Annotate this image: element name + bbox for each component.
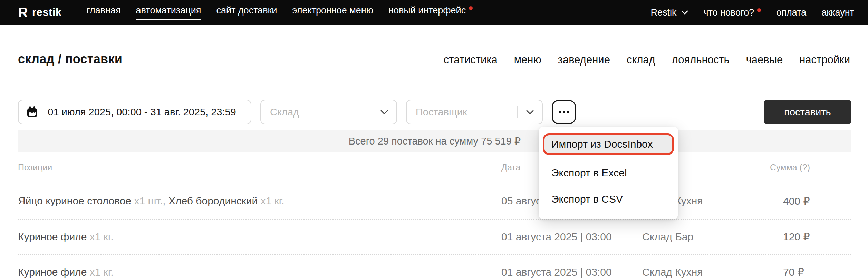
warehouse-select-placeholder: Склад [270,106,372,118]
supplier-select-placeholder: Поставщик [416,106,517,118]
position-qty: х1 кг. [90,266,114,278]
more-options-menu: Импорт из DocsInbox Экспорт в Excel Эксп… [539,127,678,219]
page-header: склад / поставки статистика меню заведен… [18,52,850,66]
position-qty: х1 шт., [134,195,165,206]
row-positions: Куриное филе х1 кг. [18,231,501,243]
tab-tips[interactable]: чаевые [746,54,783,66]
topbar-item-delivery-site[interactable]: сайт доставки [216,5,277,20]
row-date: 01 августа 2025 | 03:00 [501,231,642,243]
topbar-item-new-interface[interactable]: новый интерфейс [388,5,473,20]
column-header-positions: Позиции [18,163,501,173]
date-range-picker[interactable]: 01 июля 2025, 00:00 - 31 авг. 2025, 23:5… [18,100,251,124]
topbar-item-automation[interactable]: автоматизация [136,5,201,20]
supplier-select[interactable]: Поставщик [406,100,543,124]
chevron-down-icon [518,110,542,114]
warehouse-select[interactable]: Склад [260,100,397,124]
topbar-item-emenu[interactable]: электронное меню [292,5,373,20]
topbar-right: Restik что нового? оплата аккаунт [650,7,854,18]
summary-band: Всего 29 поставок на сумму 75 519 ₽ [18,130,851,152]
date-range-value: 01 июля 2025, 00:00 - 31 авг. 2025, 23:5… [41,106,243,118]
topbar-item-new-interface-label: новый интерфейс [388,5,466,16]
venue-switcher-label: Restik [650,7,676,18]
table-row[interactable]: Куриное филе х1 кг. 01 августа 2025 | 03… [18,254,851,278]
row-sum: 70 ₽ [770,266,851,278]
topbar-nav: главная автоматизация сайт доставки элек… [87,5,473,20]
summary-text: Всего 29 поставок на сумму 75 519 ₽ [349,135,521,147]
ellipsis-icon [563,111,565,113]
chevron-down-icon [681,10,688,15]
menu-item-export-csv[interactable]: Экспорт в CSV [539,186,678,212]
ellipsis-icon [567,111,569,113]
row-positions: Яйцо куриное столовое х1 шт., Хлеб бород… [18,195,501,207]
table-row[interactable]: Куриное филе х1 кг. 01 августа 2025 | 03… [18,219,851,254]
menu-item-export-excel[interactable]: Экспорт в Excel [539,160,678,186]
row-positions: Куриное филе х1 кг. [18,266,501,278]
tab-statistics[interactable]: статистика [444,54,498,66]
calendar-icon [26,106,38,118]
supplies-table: Позиции Дата Сумма (?) Яйцо куриное стол… [18,152,851,278]
tab-menu[interactable]: меню [514,54,541,66]
row-date: 01 августа 2025 | 03:00 [501,266,642,278]
venue-switcher[interactable]: Restik [650,7,688,18]
row-sum: 400 ₽ [770,195,851,207]
tab-venue[interactable]: заведение [558,54,610,66]
ellipsis-icon [559,111,561,113]
restik-logo[interactable]: R restik [18,6,62,19]
topbar-item-main[interactable]: главная [87,5,121,20]
position-qty: х1 кг. [261,195,284,206]
table-header-row: Позиции Дата Сумма (?) [18,152,851,183]
tab-settings[interactable]: настройки [799,54,850,66]
topbar-item-whats-new-label: что нового? [703,7,754,18]
topbar-item-whats-new[interactable]: что нового? [703,7,761,18]
position-name: Куриное филе [18,266,87,278]
new-badge-dot [469,6,473,10]
position-name: Яйцо куриное столовое [18,195,131,206]
topbar-item-payment[interactable]: оплата [776,7,806,18]
filters-row: 01 июля 2025, 00:00 - 31 авг. 2025, 23:5… [18,100,851,124]
position-name: Хлеб бородинский [168,195,258,206]
table-row[interactable]: Яйцо куриное столовое х1 шт., Хлеб бород… [18,183,851,219]
topbar-item-account[interactable]: аккаунт [821,7,854,18]
restik-logo-mark-icon: R [18,6,28,19]
breadcrumb: склад / поставки [18,52,122,66]
tab-warehouse[interactable]: склад [627,54,655,66]
app-canvas: R restik главная автоматизация сайт дост… [0,0,868,278]
section-nav: статистика меню заведение склад лояльнос… [444,54,850,66]
menu-item-import-docsinbox[interactable]: Импорт из DocsInbox [543,133,674,155]
column-header-sum[interactable]: Сумма (?) [770,163,851,173]
position-name: Куриное филе [18,231,87,242]
whats-new-badge-dot [757,8,761,12]
position-qty: х1 кг. [90,231,114,242]
tab-loyalty[interactable]: лояльность [672,54,730,66]
top-bar: R restik главная автоматизация сайт дост… [0,0,868,25]
create-supply-button[interactable]: поставить [764,100,851,124]
more-options-button[interactable] [552,100,576,124]
row-warehouse: Склад Кухня [642,266,770,278]
chevron-down-icon [372,110,396,114]
row-sum: 120 ₽ [770,231,851,243]
restik-logo-text: restik [32,6,62,19]
row-warehouse: Склад Бар [642,231,770,243]
